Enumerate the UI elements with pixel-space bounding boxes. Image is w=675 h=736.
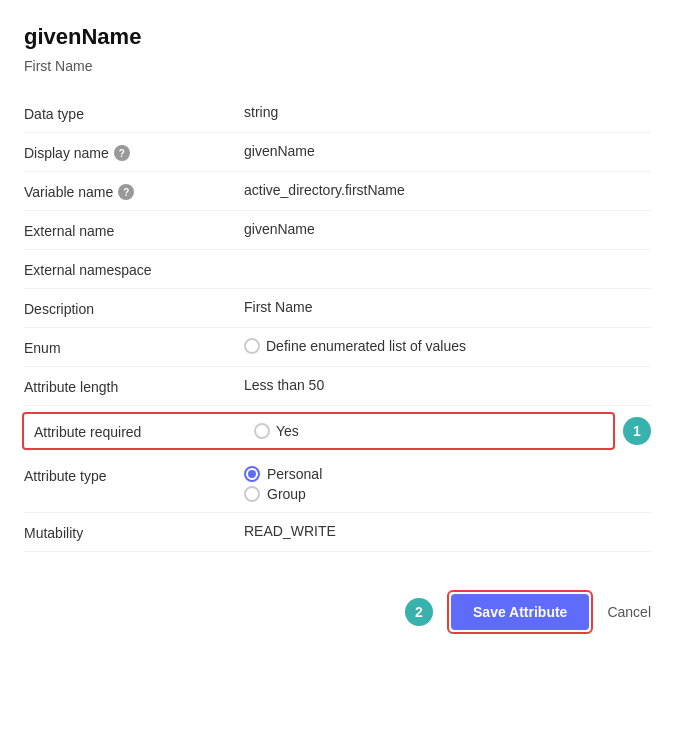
data-type-label: Data type — [24, 104, 244, 122]
enum-label: Enum — [24, 338, 244, 356]
mutability-label: Mutability — [24, 523, 244, 541]
variable-name-label: Variable name ? — [24, 182, 244, 200]
attribute-required-radio[interactable] — [254, 423, 270, 439]
footer: 2 Save Attribute Cancel — [24, 580, 651, 634]
data-type-row: Data type string — [24, 94, 651, 133]
external-name-label: External name — [24, 221, 244, 239]
cancel-button[interactable]: Cancel — [607, 604, 651, 620]
enum-radio[interactable] — [244, 338, 260, 354]
attribute-length-value: Less than 50 — [244, 377, 651, 393]
data-type-value: string — [244, 104, 651, 120]
attribute-required-value: Yes — [254, 423, 603, 439]
enum-value: Define enumerated list of values — [244, 338, 651, 354]
attribute-length-label: Attribute length — [24, 377, 244, 395]
page-title: givenName — [24, 24, 651, 50]
attribute-required-row: Attribute required Yes — [22, 412, 615, 450]
badge-2: 2 — [405, 598, 433, 626]
display-name-label: Display name ? — [24, 143, 244, 161]
save-attribute-button[interactable]: Save Attribute — [451, 594, 589, 630]
mutability-row: Mutability READ_WRITE — [24, 513, 651, 552]
attribute-type-personal-radio[interactable] — [244, 466, 260, 482]
external-name-value: givenName — [244, 221, 651, 237]
description-value: First Name — [244, 299, 651, 315]
attribute-length-row: Attribute length Less than 50 — [24, 367, 651, 406]
display-name-help-icon[interactable]: ? — [114, 145, 130, 161]
mutability-value: READ_WRITE — [244, 523, 651, 539]
attribute-required-label: Attribute required — [34, 422, 254, 440]
enum-row: Enum Define enumerated list of values — [24, 328, 651, 367]
external-namespace-row: External namespace — [24, 250, 651, 289]
save-button-wrapper: Save Attribute — [447, 590, 593, 634]
description-label: Description — [24, 299, 244, 317]
description-row: Description First Name — [24, 289, 651, 328]
page-subtitle: First Name — [24, 58, 651, 74]
external-namespace-label: External namespace — [24, 260, 244, 278]
attribute-type-personal-item[interactable]: Personal — [244, 466, 322, 482]
attribute-type-label: Attribute type — [24, 466, 244, 484]
variable-name-row: Variable name ? active_directory.firstNa… — [24, 172, 651, 211]
variable-name-value: active_directory.firstName — [244, 182, 651, 198]
attribute-type-group-radio[interactable] — [244, 486, 260, 502]
attribute-type-value: Personal Group — [244, 466, 651, 502]
attribute-type-group-item[interactable]: Group — [244, 486, 322, 502]
attribute-type-row: Attribute type Personal Group — [24, 456, 651, 513]
display-name-value: givenName — [244, 143, 651, 159]
external-name-row: External name givenName — [24, 211, 651, 250]
badge-1: 1 — [623, 417, 651, 445]
display-name-row: Display name ? givenName — [24, 133, 651, 172]
variable-name-help-icon[interactable]: ? — [118, 184, 134, 200]
